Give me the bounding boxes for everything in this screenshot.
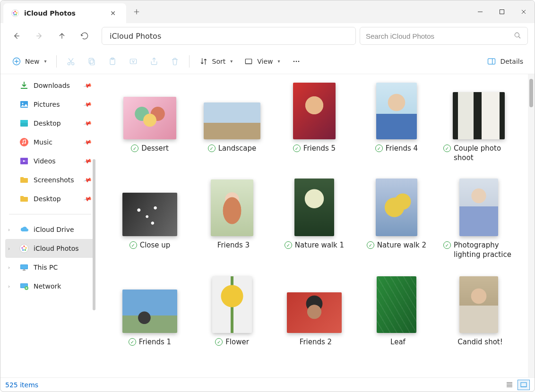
file-label: Photography lighting practice [443, 241, 514, 259]
sync-check-icon [293, 145, 301, 152]
file-item[interactable]: Dessert [112, 83, 188, 162]
sidebar-item-videos[interactable]: Videos 📌 [5, 152, 95, 170]
minimize-button[interactable] [469, 0, 491, 23]
maximize-button[interactable] [491, 0, 513, 23]
copy-button[interactable] [82, 53, 101, 70]
file-item[interactable]: Friends 5 [276, 83, 352, 162]
file-item[interactable]: Friends 1 [112, 276, 188, 347]
sidebar-item-desktop[interactable]: Desktop 📌 [5, 114, 95, 133]
sidebar-item-label: Desktop [34, 195, 61, 203]
file-label: Couple photo shoot [443, 144, 514, 162]
file-label: Friends 5 [293, 144, 336, 153]
file-item[interactable]: Nature walk 2 [359, 179, 434, 259]
svg-rect-12 [89, 58, 93, 63]
sidebar-item-label: Network [34, 282, 61, 290]
file-label: Close up [129, 241, 171, 250]
sync-check-icon [208, 145, 216, 152]
file-item[interactable]: Candid shot! [441, 276, 517, 347]
new-button[interactable]: New ▾ [7, 53, 52, 70]
sidebar-item-downloads[interactable]: Downloads 📌 [5, 76, 95, 95]
search-box[interactable] [360, 27, 528, 45]
sync-check-icon [215, 338, 223, 346]
file-item[interactable]: Photography lighting practice [441, 179, 517, 259]
sidebar-item-desktop[interactable]: Desktop 📌 [5, 189, 95, 208]
chevron-right-icon[interactable]: › [8, 284, 10, 289]
thumbnail [204, 83, 260, 139]
file-label: Friends 4 [375, 144, 418, 153]
more-button[interactable] [287, 53, 306, 70]
file-item[interactable]: Couple photo shoot [441, 83, 517, 162]
chevron-right-icon[interactable]: › [8, 265, 10, 270]
download-icon [19, 81, 29, 90]
active-tab[interactable]: iCloud Photos ✕ [3, 3, 126, 23]
folder-icon [19, 194, 29, 204]
file-item[interactable]: Friends 4 [359, 83, 434, 162]
icloud-photos-icon [11, 9, 19, 17]
sidebar-item-this pc[interactable]: › This PC [5, 258, 95, 277]
pin-icon: 📌 [83, 81, 93, 90]
file-item[interactable]: Nature walk 1 [276, 179, 352, 259]
sync-check-icon [285, 241, 292, 249]
up-button[interactable] [52, 26, 71, 45]
file-item[interactable]: Friends 3 [194, 179, 270, 259]
forward-button[interactable] [30, 26, 49, 45]
thumbnail [368, 83, 425, 139]
file-item[interactable]: Landscape [194, 83, 270, 162]
sidebar-item-network[interactable]: › Network [5, 277, 95, 296]
svg-point-1 [14, 11, 16, 12]
content-scrollbar[interactable] [528, 74, 535, 377]
music-icon [19, 137, 29, 147]
delete-button[interactable] [165, 53, 184, 70]
chevron-right-icon[interactable]: › [8, 227, 10, 232]
thumbnail [121, 83, 178, 139]
pin-icon: 📌 [83, 137, 93, 147]
sync-check-icon [443, 241, 451, 249]
sidebar-item-label: iCloud Drive [34, 226, 74, 233]
sidebar-item-icloud drive[interactable]: › iCloud Drive [5, 220, 95, 239]
command-bar: New ▾ Sort ▾ View ▾ Details [0, 49, 535, 74]
sidebar-item-screenshots[interactable]: Screenshots 📌 [5, 170, 95, 189]
thumbnail [368, 179, 425, 236]
tab-title: iCloud Photos [24, 9, 102, 17]
sidebar-divider [9, 214, 91, 214]
network-icon [19, 281, 29, 291]
rename-button[interactable] [124, 53, 143, 70]
sidebar-item-label: iCloud Photos [34, 245, 79, 252]
share-button[interactable] [145, 53, 164, 70]
svg-point-4 [13, 14, 15, 15]
file-item[interactable]: Leaf [359, 276, 434, 347]
file-item[interactable]: Close up [112, 179, 188, 259]
thumbnails-view-toggle[interactable] [518, 380, 530, 390]
file-grid: Dessert Landscape Friends 5 Friends 4 Co [96, 74, 528, 377]
details-pane-button[interactable]: Details [482, 53, 528, 70]
address-path: iCloud Photos [110, 32, 161, 41]
sidebar-scrollbar[interactable] [93, 159, 95, 310]
sidebar-item-label: Music [34, 138, 52, 146]
view-button[interactable]: View ▾ [239, 53, 285, 70]
file-item[interactable]: Friends 2 [276, 276, 352, 347]
thumbnail [450, 83, 507, 139]
refresh-button[interactable] [75, 26, 94, 45]
details-view-toggle[interactable] [503, 380, 516, 390]
sidebar-item-icloud photos[interactable]: › iCloud Photos [5, 239, 95, 258]
sort-button[interactable]: Sort ▾ [194, 53, 238, 70]
sidebar-item-pictures[interactable]: Pictures 📌 [5, 95, 95, 114]
search-icon [513, 31, 522, 41]
sidebar-item-music[interactable]: Music 📌 [5, 133, 95, 152]
file-label: Leaf [388, 338, 406, 347]
back-button[interactable] [7, 26, 26, 45]
sync-check-icon [443, 145, 451, 152]
file-label: Flower [215, 338, 249, 347]
window-controls [469, 0, 535, 23]
icloud-photos-icon [19, 244, 29, 253]
new-tab-button[interactable] [126, 0, 147, 23]
close-tab-button[interactable]: ✕ [106, 9, 120, 17]
address-bar[interactable]: iCloud Photos [102, 27, 356, 45]
close-window-button[interactable] [513, 0, 535, 23]
file-item[interactable]: Flower [194, 276, 270, 347]
search-input[interactable] [366, 32, 509, 40]
chevron-down-icon: ▾ [44, 59, 47, 64]
paste-button[interactable] [103, 53, 122, 70]
chevron-right-icon[interactable]: › [8, 246, 10, 251]
cut-button[interactable] [61, 53, 80, 70]
